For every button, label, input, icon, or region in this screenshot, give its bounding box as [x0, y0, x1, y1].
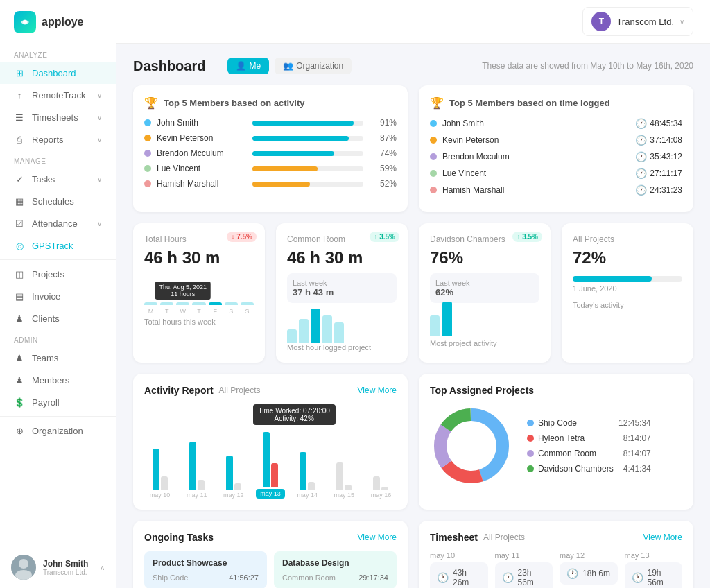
clock-icon: 🕐: [437, 572, 449, 583]
donut-container: Ship Code 12:45:34 Hyleon Tetra 8:14:07 …: [430, 404, 682, 487]
tooltip-sub: Activity: 42%: [259, 415, 330, 422]
timesheet-day: may 12: [560, 551, 618, 560]
activity-day-label: may 10: [150, 492, 171, 499]
activity-bar-2: [271, 463, 278, 487]
activity-day: may 10: [144, 428, 175, 499]
mini-bar: [322, 315, 332, 343]
time-value: 24:31:23: [650, 185, 682, 195]
sidebar: apploye Analyze ⊞ Dashboard ↑ RemoteTrac…: [0, 0, 116, 588]
mini-bar: [334, 322, 344, 343]
all-projects-date: 1 June, 2020: [573, 284, 682, 293]
total-hours-card: Total Hours ↓ 7.5% 46 h 30 m M T Thu, Au…: [133, 223, 265, 363]
logo-icon: [14, 11, 36, 33]
timesheet-day: may 10: [430, 551, 488, 560]
member-dot: [430, 120, 437, 127]
sidebar-item-dashboard[interactable]: ⊞ Dashboard: [0, 62, 116, 84]
member-row: Lue Vincent 59%: [144, 164, 397, 173]
bar-wrap: S: [225, 302, 238, 315]
timesheet-day: may 13: [625, 551, 683, 560]
all-projects-progress: [573, 276, 682, 282]
common-room-sub: Most hour logged project: [287, 343, 397, 352]
trophy-icon-2: 🏆: [430, 96, 444, 110]
timesheet-cell: may 12 🕐 18h 6m: [560, 551, 618, 588]
member-name: Hamish Marshall: [157, 179, 247, 189]
legend-name: Common Room: [538, 449, 596, 458]
progress-fill: [252, 182, 310, 187]
activity-day-label: may 16: [371, 492, 392, 499]
sidebar-item-label: RemoteTrack: [32, 90, 86, 101]
task-time: 29:17:34: [358, 573, 388, 582]
activity-report-card: Activity Report All Projects View More T…: [133, 374, 408, 510]
sidebar-item-payroll[interactable]: 💲 Payroll: [0, 391, 116, 413]
sidebar-item-schedules[interactable]: ▦ Schedules: [0, 190, 116, 212]
clock-icon: 🕐: [502, 572, 514, 583]
member-name: Kevin Peterson: [442, 135, 630, 145]
dashboard-icon: ⊞: [14, 67, 25, 78]
activity-report-view-more[interactable]: View More: [358, 386, 397, 395]
sidebar-item-label: Attendance: [32, 218, 78, 229]
member-dot: [430, 137, 437, 144]
organization-icon: ⊕: [14, 425, 25, 436]
sidebar-item-clients[interactable]: ♟ Clients: [0, 307, 116, 329]
top-time-card: 🏆 Top 5 Members based on time logged Joh…: [419, 85, 693, 212]
sidebar-item-label: GPSTrack: [32, 241, 73, 251]
timesheet-view-more[interactable]: View More: [643, 533, 682, 542]
sidebar-item-invoice[interactable]: ▤ Invoice: [0, 285, 116, 307]
member-name: Lue Vincent: [157, 164, 247, 173]
logo-text: apploye: [42, 16, 83, 28]
sidebar-item-reports[interactable]: ⎙ Reports ∨: [0, 128, 116, 150]
member-name: John Smith: [157, 118, 247, 128]
sidebar-item-organization[interactable]: ⊕ Organization: [0, 420, 116, 442]
task-card: Database Design Common Room 29:17:34: [274, 551, 397, 588]
bar-label: T: [165, 308, 169, 315]
common-room-value: 46 h 30 m: [287, 248, 397, 268]
davidson-card: Davidson Chambers ↑ 3.5% 76% Last week 6…: [419, 223, 551, 363]
sidebar-item-tasks[interactable]: ✓ Tasks ∨: [0, 168, 116, 190]
sidebar-item-label: Payroll: [32, 397, 60, 408]
activity-bar-1: [336, 462, 343, 490]
legend-item: Davidson Chambers 4:41:34: [527, 464, 651, 474]
timesheet-subtitle: All Projects: [483, 533, 525, 542]
user-selector-chevron-icon: ∨: [679, 18, 684, 26]
progress-fill: [252, 151, 334, 156]
remotetrack-icon: ↑: [14, 89, 25, 101]
member-dot: [144, 165, 151, 172]
legend-value: 8:14:07: [623, 433, 651, 443]
members-icon: ♟: [14, 374, 25, 386]
tab-me[interactable]: 👤 Me: [227, 58, 269, 74]
activity-bars: may 10 may 11 may 12 may 13 may 14 may 1…: [144, 415, 397, 499]
svg-point-0: [23, 20, 27, 24]
sidebar-item-timesheets[interactable]: ☰ Timesheets ∨: [0, 106, 116, 128]
sidebar-item-label: Tasks: [32, 174, 55, 184]
activity-report-title: Activity Report: [144, 385, 214, 396]
tab-organization[interactable]: 👥 Organization: [275, 58, 352, 74]
sidebar-item-attendance[interactable]: ☑ Attendance ∨: [0, 212, 116, 234]
time-value: 37:14:08: [650, 135, 682, 145]
sidebar-item-members[interactable]: ♟ Members: [0, 369, 116, 391]
all-projects-fill: [573, 276, 652, 282]
sidebar-item-teams[interactable]: ♟ Teams: [0, 347, 116, 369]
member-value: 59%: [369, 164, 397, 173]
all-projects-sub: Today's activity: [573, 301, 682, 309]
sidebar-item-label: Reports: [32, 135, 64, 145]
legend-item: Hyleon Tetra 8:14:07: [527, 433, 651, 443]
bar: [209, 302, 222, 305]
activity-day: may 11: [181, 428, 212, 499]
reports-icon: ⎙: [14, 134, 25, 145]
dashboard-content: Dashboard 👤 Me 👥 Organization These data…: [116, 44, 710, 588]
sidebar-item-remotetrack[interactable]: ↑ RemoteTrack ∨: [0, 84, 116, 106]
member-dot: [430, 187, 437, 193]
member-name: Hamish Marshall: [442, 185, 630, 195]
user-selector[interactable]: T Transcom Ltd. ∨: [582, 7, 693, 36]
all-projects-label: All Projects: [573, 234, 682, 244]
sidebar-item-projects[interactable]: ◫ Projects: [0, 263, 116, 285]
timesheets-icon: ☰: [14, 112, 25, 123]
sidebar-item-gpstrack[interactable]: ◎ GPSTrack: [0, 234, 116, 257]
gps-icon: ◎: [14, 240, 25, 251]
invoice-icon: ▤: [14, 291, 25, 302]
sidebar-profile[interactable]: John Smith Transcom Ltd. ∧: [0, 546, 116, 588]
bar-label: T: [197, 308, 201, 315]
member-name: John Smith: [442, 119, 630, 128]
activity-bar-wrap: [373, 428, 388, 490]
ongoing-tasks-view-more[interactable]: View More: [358, 533, 397, 542]
